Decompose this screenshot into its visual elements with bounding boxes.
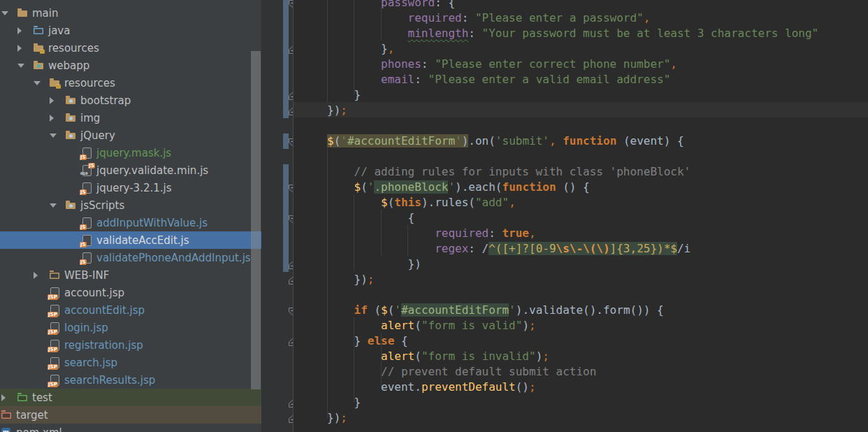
code-editor[interactable]: password: { required: "Please enter a pa…: [293, 0, 868, 432]
code-segment: event: [381, 380, 414, 394]
code-line-4[interactable]: },: [327, 41, 394, 57]
chevron-right-icon[interactable]: [17, 45, 34, 52]
code-segment: \s\-\(\): [556, 242, 610, 255]
code-line-7[interactable]: }: [327, 87, 361, 103]
code-line-19[interactable]: });: [327, 272, 374, 287]
file-jsp-icon: JSP: [50, 340, 60, 350]
tree-item-label: account.jsp: [64, 287, 124, 299]
tree-row-img[interactable]: img: [0, 109, 261, 127]
tree-row-jquery-3.2.1.js[interactable]: JSjquery-3.2.1.js: [0, 179, 261, 196]
tree-row-jquery.validate.min.js[interactable]: 010JSjquery.validate.min.js: [0, 161, 261, 179]
tree-row-main[interactable]: main: [0, 4, 261, 22]
code-line-8[interactable]: });: [327, 103, 347, 118]
code-line-1[interactable]: password: {: [327, 0, 455, 10]
chevron-right-icon[interactable]: [34, 272, 50, 279]
code-line-14[interactable]: $(this).rules("add",: [327, 195, 516, 210]
code-line-12[interactable]: // adding rules for inputs with class 'p…: [327, 164, 690, 180]
code-segment: required: [408, 11, 462, 24]
code-line-16[interactable]: required: true,: [327, 226, 536, 241]
code-line-24[interactable]: alert("form is invalid");: [327, 349, 549, 364]
code-segment: ): [516, 303, 523, 317]
code-segment: [327, 242, 435, 255]
code-line-15[interactable]: {: [327, 210, 414, 226]
tree-row-jQuery[interactable]: jQuery: [0, 127, 261, 144]
code-segment: }: [327, 42, 388, 55]
code-segment: ): [455, 180, 462, 194]
tree-row-accountEdit.jsp[interactable]: JSPaccountEdit.jsp: [0, 301, 261, 319]
code-line-22[interactable]: alert("form is valid");: [327, 318, 536, 333]
file-jsp-icon: JSP: [50, 357, 60, 368]
code-segment: this: [394, 196, 421, 209]
code-line-26[interactable]: event.preventDefault();: [327, 380, 536, 395]
tree-item-label: target: [16, 409, 48, 422]
tree-row-login.jsp[interactable]: JSPlogin.jsp: [0, 319, 261, 336]
code-segment: "Please enter a valid email address": [428, 73, 671, 86]
code-segment: ;: [529, 380, 536, 394]
editor-gutter: [261, 0, 293, 432]
chevron-right-icon[interactable]: [17, 27, 34, 34]
code-line-18[interactable]: }): [327, 257, 421, 272]
code-segment: [327, 303, 354, 317]
code-segment: "add": [475, 196, 509, 209]
tree-row-test[interactable]: test: [0, 389, 261, 406]
code-line-2[interactable]: required: "Please enter a password",: [327, 10, 650, 26]
tree-row-WEB-INF[interactable]: WEB-INF: [0, 266, 261, 284]
code-line-6[interactable]: email: "Please enter a valid email addre…: [327, 72, 670, 87]
tree-row-webapp[interactable]: webapp: [0, 57, 261, 74]
code-segment: preventDefault: [421, 380, 516, 394]
tree-item-label: resources: [64, 77, 115, 89]
code-segment: ): [462, 134, 469, 147]
chevron-down-icon[interactable]: [1, 11, 17, 15]
code-line-21[interactable]: if ($('#accountEditForm').validate().for…: [327, 303, 664, 318]
tree-row-target[interactable]: target: [0, 406, 261, 424]
code-segment: }): [327, 273, 368, 286]
tree-item-label: jquery.mask.js: [96, 147, 171, 159]
tree-row-pom.xml[interactable]: mpom.xml: [0, 424, 261, 432]
tree-row-validatePhoneAndAddInput.js[interactable]: JSvalidatePhoneAndAddInput.js: [0, 249, 261, 266]
code-segment: :: [489, 226, 502, 240]
tree-row-search.jsp[interactable]: JSPsearch.jsp: [0, 354, 261, 371]
folder-sub-icon: [66, 113, 76, 123]
code-line-13[interactable]: $('.phoneBlock').each(function () {: [327, 180, 590, 195]
code-line-10[interactable]: $('#accountEditForm').on('submit', funct…: [327, 134, 684, 149]
code-segment: (): [516, 380, 529, 394]
tree-row-addInputWithValue.js[interactable]: JSaddInputWithValue.js: [0, 214, 261, 231]
code-segment: ): [421, 196, 428, 209]
code-line-17[interactable]: regex: /^([+]?[0-9\s\-\(\)]{3,25})*$/i: [327, 241, 690, 257]
code-line-23[interactable]: } else {: [327, 333, 408, 349]
chevron-down-icon[interactable]: [50, 203, 66, 208]
chevron-right-icon[interactable]: [50, 97, 66, 104]
file-js-icon: JS: [82, 252, 92, 263]
tree-item-label: jquery-3.2.1.js: [96, 182, 172, 194]
code-segment: }: [327, 396, 361, 409]
code-segment: :: [421, 57, 435, 71]
tree-item-label: addInputWithValue.js: [96, 217, 208, 229]
chevron-down-icon[interactable]: [50, 134, 66, 138]
tree-row-java[interactable]: java: [0, 22, 261, 39]
tree-row-searchResults.jsp[interactable]: JSPsearchResults.jsp: [0, 371, 261, 389]
tree-row-jsScripts[interactable]: jsScripts: [0, 196, 261, 214]
code-line-27[interactable]: }: [327, 395, 361, 410]
tree-row-resources[interactable]: resources: [0, 39, 261, 57]
code-line-28[interactable]: });: [327, 410, 347, 426]
tree-row-validateAccEdit.js[interactable]: JSvalidateAccEdit.js: [0, 231, 261, 249]
chevron-down-icon[interactable]: [34, 81, 50, 85]
chevron-right-icon[interactable]: [1, 394, 17, 401]
chevron-right-icon[interactable]: [50, 115, 66, 122]
tree-row-resources[interactable]: resources: [0, 74, 261, 92]
tree-row-bootstrap[interactable]: bootstrap: [0, 92, 261, 109]
code-segment: ;: [542, 350, 549, 363]
tree-vertical-scrollbar[interactable]: [251, 51, 261, 389]
code-segment: ;: [340, 411, 347, 424]
tree-row-registration.jsp[interactable]: JSPregistration.jsp: [0, 336, 261, 354]
chevron-down-icon[interactable]: [17, 64, 34, 68]
tree-item-label: searchResults.jsp: [64, 374, 155, 387]
code-line-25[interactable]: // prevent default submit action: [327, 364, 596, 380]
code-line-3[interactable]: minlength: "Your password must be at lea…: [327, 26, 818, 41]
code-segment: [327, 180, 354, 194]
code-segment: .rules(: [428, 196, 475, 209]
code-line-5[interactable]: phones: "Please enter correct phone numb…: [327, 57, 677, 72]
tree-row-account.jsp[interactable]: JSPaccount.jsp: [0, 284, 261, 301]
code-segment: (: [388, 303, 395, 317]
tree-row-jquery.mask.js[interactable]: JSjquery.mask.js: [0, 144, 261, 161]
